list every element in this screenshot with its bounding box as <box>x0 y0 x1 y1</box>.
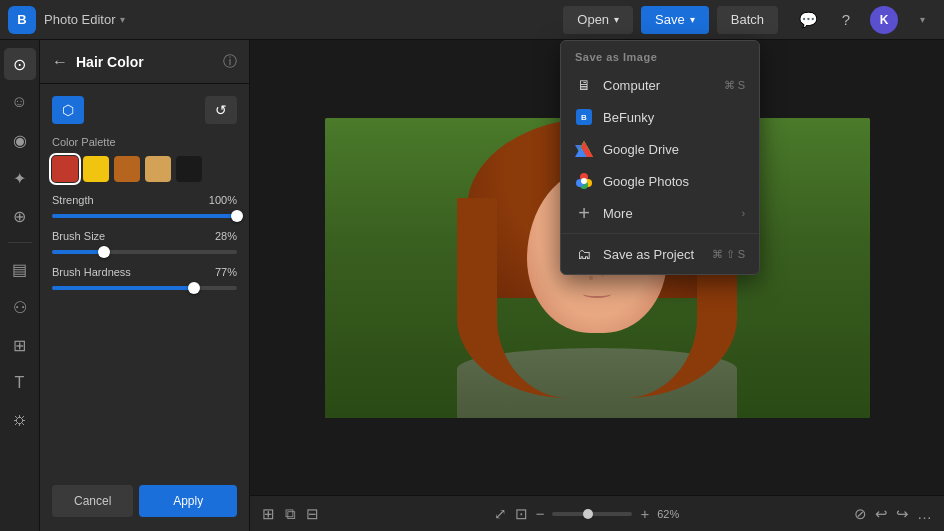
sidebar-item-home[interactable]: ⊙ <box>4 48 36 80</box>
sub-panel-tabs: ⬡ ↺ <box>52 96 237 124</box>
grid-view-icon[interactable]: ⊞ <box>262 505 275 523</box>
save-project-shortcut: ⌘ ⇧ S <box>712 248 745 261</box>
sub-tab-color[interactable]: ⬡ <box>52 96 84 124</box>
color-palette <box>52 156 237 182</box>
save-project-item[interactable]: 🗂 Save as Project ⌘ ⇧ S <box>561 238 759 270</box>
save-more-item[interactable]: + More › <box>561 197 759 229</box>
brush-hardness-label: Brush Hardness <box>52 266 131 278</box>
strength-label: Strength <box>52 194 94 206</box>
batch-button[interactable]: Batch <box>717 6 778 34</box>
compare-view-icon[interactable]: ⧉ <box>285 505 296 523</box>
gphotos-icon <box>575 172 593 190</box>
app-title-chevron: ▾ <box>120 14 125 25</box>
strength-slider-row: Strength 100% <box>52 194 237 218</box>
more-options-icon[interactable]: … <box>917 505 932 522</box>
zoom-slider[interactable] <box>552 512 632 516</box>
color-palette-section: Color Palette <box>52 136 237 182</box>
save-computer-item[interactable]: 🖥 Computer ⌘ S <box>561 69 759 101</box>
save-project-label: Save as Project <box>603 247 694 262</box>
color-palette-label: Color Palette <box>52 136 237 148</box>
save-gdrive-label: Google Drive <box>603 142 679 157</box>
color-swatch-gold[interactable] <box>145 156 171 182</box>
bottom-right-icons: ⊘ ↩ ↪ … <box>854 505 932 523</box>
save-button[interactable]: Save ▾ <box>641 6 709 34</box>
save-dropdown-menu: Save as Image 🖥 Computer ⌘ S B BeFunky G… <box>560 40 760 275</box>
save-befunky-item[interactable]: B BeFunky <box>561 101 759 133</box>
strength-value: 100% <box>209 194 237 206</box>
more-icon: + <box>575 204 593 222</box>
save-gphotos-item[interactable]: Google Photos <box>561 165 759 197</box>
color-swatch-black[interactable] <box>176 156 202 182</box>
color-swatch-yellow[interactable] <box>83 156 109 182</box>
save-computer-shortcut: ⌘ S <box>724 79 745 92</box>
brush-size-slider-row: Brush Size 28% <box>52 230 237 254</box>
topbar-icons: 💬 ? K ▾ <box>794 6 936 34</box>
panel-actions: Cancel Apply <box>40 485 249 531</box>
strength-slider[interactable] <box>52 214 237 218</box>
sidebar-item-star[interactable]: ✦ <box>4 162 36 194</box>
sidebar-item-layers[interactable]: ▤ <box>4 253 36 285</box>
app-logo[interactable]: B <box>8 6 36 34</box>
redo-icon[interactable]: ↪ <box>896 505 909 523</box>
account-chevron-icon[interactable]: ▾ <box>908 6 936 34</box>
save-gphotos-label: Google Photos <box>603 174 689 189</box>
project-icon: 🗂 <box>575 245 593 263</box>
panel-back-button[interactable]: ← <box>52 53 68 71</box>
brush-hardness-slider[interactable] <box>52 286 237 290</box>
panel-body: ⬡ ↺ Color Palette Strength 100% <box>40 84 249 485</box>
sidebar-item-plugin[interactable]: ⛭ <box>4 405 36 437</box>
fit-screen-icon[interactable]: ⊡ <box>515 505 528 523</box>
sidebar-item-text[interactable]: T <box>4 367 36 399</box>
brush-hardness-slider-row: Brush Hardness 77% <box>52 266 237 290</box>
bottom-left-icons: ⊞ ⧉ ⊟ <box>262 505 319 523</box>
panel-title: Hair Color <box>76 54 215 70</box>
dropdown-separator <box>561 233 759 234</box>
sidebar-item-eye[interactable]: ◉ <box>4 124 36 156</box>
icon-bar: ⊙ ☺ ◉ ✦ ⊕ ▤ ⚇ ⊞ T ⛭ <box>0 40 40 531</box>
more-arrow-icon: › <box>742 208 745 219</box>
panel-header: ← Hair Color ⓘ <box>40 40 249 84</box>
bottom-zoom-controls: ⤢ ⊡ − + 62% <box>494 505 680 523</box>
sidebar-separator <box>8 242 32 243</box>
save-computer-label: Computer <box>603 78 660 93</box>
fullscreen-icon[interactable]: ⤢ <box>494 505 507 523</box>
computer-icon: 🖥 <box>575 76 593 94</box>
save-menu-header: Save as Image <box>561 45 759 69</box>
brush-size-slider[interactable] <box>52 250 237 254</box>
sidebar-item-face[interactable]: ☺ <box>4 86 36 118</box>
user-avatar[interactable]: K <box>870 6 898 34</box>
app-title[interactable]: Photo Editor ▾ <box>44 12 125 27</box>
cancel-button[interactable]: Cancel <box>52 485 133 517</box>
chat-icon[interactable]: 💬 <box>794 6 822 34</box>
gdrive-icon <box>575 140 593 158</box>
brush-hardness-value: 77% <box>215 266 237 278</box>
open-button[interactable]: Open ▾ <box>563 6 633 34</box>
reset-icon[interactable]: ⊘ <box>854 505 867 523</box>
sidebar-item-fx[interactable]: ⊕ <box>4 200 36 232</box>
app-title-text: Photo Editor <box>44 12 116 27</box>
brush-size-label: Brush Size <box>52 230 105 242</box>
sidebar-item-graphic[interactable]: ⊞ <box>4 329 36 361</box>
zoom-percent: 62% <box>657 508 679 520</box>
undo-icon[interactable]: ↩ <box>875 505 888 523</box>
help-icon[interactable]: ? <box>832 6 860 34</box>
svg-point-8 <box>581 178 587 184</box>
save-more-label: More <box>603 206 633 221</box>
hair-color-panel: ← Hair Color ⓘ ⬡ ↺ Color Palette <box>40 40 250 531</box>
save-befunky-label: BeFunky <box>603 110 654 125</box>
bottom-bar: ⊞ ⧉ ⊟ ⤢ ⊡ − + 62% ⊘ ↩ ↪ … <box>250 495 944 531</box>
main-area: ⊙ ☺ ◉ ✦ ⊕ ▤ ⚇ ⊞ T ⛭ ← Hair Color ⓘ ⬡ ↺ C… <box>0 40 944 531</box>
color-swatch-red[interactable] <box>52 156 78 182</box>
panel-info-button[interactable]: ⓘ <box>223 53 237 71</box>
color-swatch-brown[interactable] <box>114 156 140 182</box>
sub-tab-refresh[interactable]: ↺ <box>205 96 237 124</box>
zoom-in-icon[interactable]: + <box>640 505 649 522</box>
topbar: B Photo Editor ▾ Open ▾ Save ▾ Batch 💬 ?… <box>0 0 944 40</box>
save-gdrive-item[interactable]: Google Drive <box>561 133 759 165</box>
sidebar-item-people[interactable]: ⚇ <box>4 291 36 323</box>
brush-size-value: 28% <box>215 230 237 242</box>
multi-view-icon[interactable]: ⊟ <box>306 505 319 523</box>
zoom-out-icon[interactable]: − <box>536 505 545 522</box>
apply-button[interactable]: Apply <box>139 485 237 517</box>
befunky-icon: B <box>575 108 593 126</box>
